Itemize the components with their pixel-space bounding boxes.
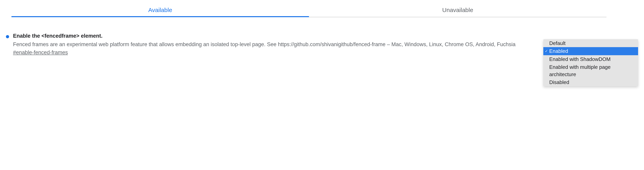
tabs-container: Available Unavailable (12, 4, 606, 17)
dropdown-option-shadowdom[interactable]: Enabled with ShadowDOM (543, 55, 638, 63)
dropdown-menu: Default ✓ Enabled Enabled with ShadowDOM… (543, 39, 638, 86)
modified-indicator-icon (6, 35, 9, 38)
check-icon: ✓ (545, 49, 548, 54)
dropdown-option-mpa[interactable]: Enabled with multiple page architecture (543, 63, 638, 78)
dropdown-option-label: Disabled (549, 79, 569, 85)
flag-row: Enable the <fencedframe> element. Fenced… (6, 33, 638, 86)
dropdown-option-enabled[interactable]: ✓ Enabled (543, 47, 638, 55)
dropdown-option-label: Enabled (549, 48, 568, 54)
flag-dropdown[interactable]: Default ✓ Enabled Enabled with ShadowDOM… (543, 39, 638, 86)
dropdown-option-label: Default (549, 40, 566, 46)
dropdown-option-label: Enabled with multiple page architecture (549, 64, 611, 77)
dropdown-option-label: Enabled with ShadowDOM (549, 56, 611, 62)
dropdown-option-default[interactable]: Default (543, 39, 638, 47)
dropdown-option-disabled[interactable]: Disabled (543, 78, 638, 86)
tab-available[interactable]: Available (12, 4, 309, 17)
flag-hash-link[interactable]: #enable-fenced-frames (13, 49, 68, 55)
flag-title: Enable the <fencedframe> element. (13, 33, 539, 39)
tab-unavailable[interactable]: Unavailable (309, 4, 606, 17)
flag-text-block: Enable the <fencedframe> element. Fenced… (13, 33, 539, 56)
flag-description: Fenced frames are an experimental web pl… (13, 41, 539, 48)
